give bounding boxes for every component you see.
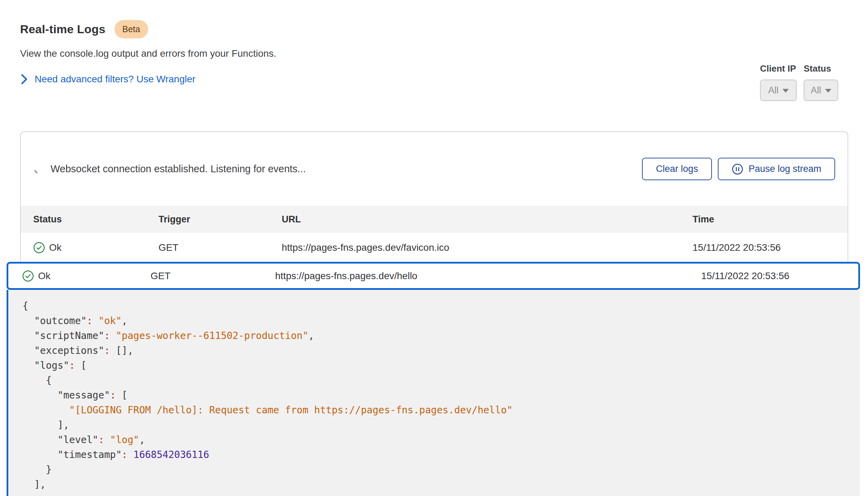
websocket-status-bar: Websocket connection established. Listen…: [21, 132, 848, 206]
page-subtitle: View the console.log output and errors f…: [20, 48, 276, 59]
row-trigger: GET: [159, 242, 282, 253]
expanded-log-entry: Ok GET https://pages-fns.pages.dev/hello…: [7, 262, 860, 496]
column-header-trigger: Trigger: [159, 214, 282, 225]
row-status-label: Ok: [38, 270, 51, 282]
spinner-icon: [33, 164, 43, 174]
status-filter-label: Status: [804, 63, 838, 74]
chevron-right-icon: [20, 74, 28, 85]
client-ip-filter-label: Client IP: [760, 63, 797, 74]
row-time: 15/11/2022 20:53:56: [681, 242, 835, 253]
caret-down-icon: [783, 89, 789, 93]
client-ip-dropdown-value: All: [768, 85, 778, 96]
logs-table-header: Status Trigger URL Time: [21, 206, 848, 233]
pause-log-stream-button[interactable]: Pause log stream: [718, 158, 835, 180]
pause-icon: [732, 163, 743, 175]
clear-logs-button-label: Clear logs: [656, 164, 698, 174]
json-log-output: { "outcome": "ok", "scriptName": "pages-…: [8, 290, 860, 496]
client-ip-filter: Client IP All: [760, 63, 797, 101]
wrangler-advanced-filters-link[interactable]: Need advanced filters? Use Wrangler: [20, 74, 276, 85]
table-row-selected[interactable]: Ok GET https://pages-fns.pages.dev/hello…: [7, 262, 860, 290]
pause-log-stream-button-label: Pause log stream: [749, 164, 821, 174]
row-url: https://pages-fns.pages.dev/hello: [275, 270, 696, 282]
status-dropdown-value: All: [811, 85, 821, 96]
check-circle-icon: [33, 242, 45, 254]
client-ip-dropdown[interactable]: All: [760, 80, 797, 101]
caret-down-icon: [825, 89, 831, 93]
table-row[interactable]: Ok GET https://pages-fns.pages.dev/favic…: [21, 233, 848, 262]
clear-logs-button[interactable]: Clear logs: [642, 158, 712, 180]
page-title: Real-time Logs: [20, 22, 106, 36]
row-trigger: GET: [151, 270, 275, 282]
websocket-status-text: Websocket connection established. Listen…: [51, 163, 306, 175]
beta-badge: Beta: [115, 20, 148, 38]
column-header-status: Status: [33, 214, 159, 225]
row-time: 15/11/2022 20:53:56: [696, 270, 851, 282]
row-status-label: Ok: [49, 242, 62, 253]
column-header-time: Time: [681, 214, 835, 225]
wrangler-link-label: Need advanced filters? Use Wrangler: [35, 74, 196, 85]
log-detail-panel[interactable]: { "outcome": "ok", "scriptName": "pages-…: [7, 290, 860, 496]
check-circle-icon: [22, 270, 34, 282]
status-dropdown[interactable]: All: [804, 80, 838, 101]
logs-card: Websocket connection established. Listen…: [20, 131, 848, 262]
column-header-url: URL: [282, 214, 681, 225]
row-url: https://pages-fns.pages.dev/favicon.ico: [282, 242, 681, 253]
status-filter: Status All: [804, 63, 838, 101]
page-header: Real-time Logs Beta View the console.log…: [20, 20, 276, 85]
